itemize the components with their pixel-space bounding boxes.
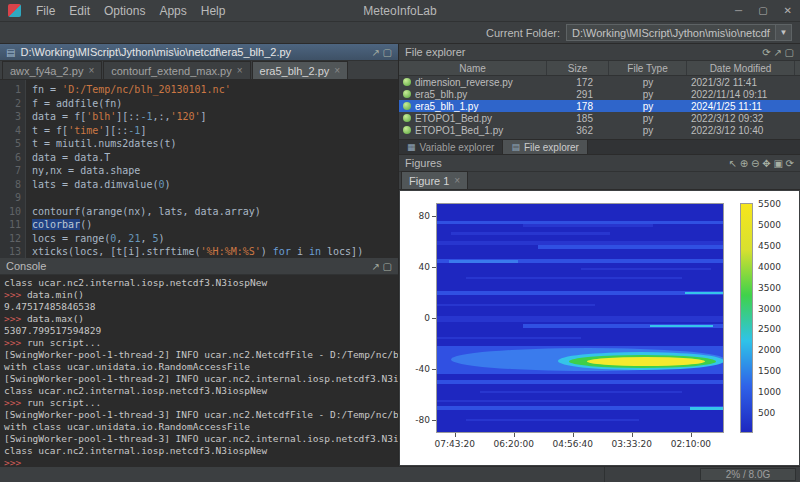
code-line: xticks(locs, [t[i].strftime('%H:%M:%S') … (32, 245, 398, 258)
figure-canvas[interactable]: 80400-40-8007:43:2006:20:0004:56:4003:33… (400, 191, 799, 465)
maximize-panel-icon[interactable]: ▢ (383, 47, 392, 58)
code-line: ny,nx = data.shape (32, 164, 398, 178)
file-name-cell: ETOPO1_Bed.py (399, 113, 547, 124)
window-controls: ─▢✕ (735, 5, 792, 16)
float-panel-icon[interactable]: ↗ (371, 261, 382, 272)
menu-options[interactable]: Options (97, 2, 152, 20)
code-line: locs = range(0, 21, 5) (32, 232, 398, 246)
refresh-icon[interactable]: ⟳ (762, 47, 773, 58)
file-type-cell: py (609, 125, 687, 136)
rotate-icon[interactable]: ⟳ (786, 158, 794, 169)
code-text[interactable]: fn = 'D:/Temp/nc/blh_20130101.nc'f = add… (26, 80, 398, 258)
editor-tab-era5_blh_2-py[interactable]: era5_blh_2.py× (252, 61, 349, 79)
menu-file[interactable]: File (29, 2, 62, 20)
colorbar-tick-label: 2000 (758, 345, 790, 355)
console-line: >>> run script... (4, 397, 398, 409)
console-line: [SwingWorker-pool-1-thread-3] INFO ucar.… (4, 409, 398, 421)
table-row[interactable]: ETOPO1_Bed_1.py362py2022/3/12 10:40 (399, 124, 800, 136)
console-text: run script... (27, 337, 101, 348)
editor-tab-label: era5_blh_2.py (260, 65, 330, 77)
code-line (32, 191, 398, 205)
colorbar-tick-label: 1500 (758, 366, 790, 376)
minimize-button[interactable]: ─ (735, 5, 742, 16)
figures-toolbar-icons: ↖ ⊕ ⊖ ✥ ▣ ⟳ (729, 157, 794, 169)
file-name-cell: era5_blh.py (399, 89, 547, 100)
column-header-name[interactable]: Name (399, 61, 547, 75)
current-folder-combobox[interactable]: D:\Working\MIScript\Jython\mis\io\netcdf… (566, 24, 792, 41)
zoom-out-icon[interactable]: ⊖ (751, 158, 762, 169)
console-line: class ucar.nc2.internal.iosp.netcdf3.N3i… (4, 277, 398, 289)
colorbar-tick-label: 3500 (758, 283, 790, 293)
heat-band (437, 337, 581, 340)
colorbar-tick-label: 4500 (758, 241, 790, 251)
memory-indicator[interactable]: 2% / 8.0G (700, 468, 796, 481)
main-area: ▤ D:\Working\MIScript\Jython\mis\io\netc… (0, 44, 800, 466)
colorbar (740, 203, 753, 433)
full-extent-icon[interactable]: ▣ (773, 158, 785, 169)
code-line: t = miutil.nums2dates(t) (32, 137, 398, 151)
menu-apps[interactable]: Apps (152, 2, 193, 20)
zoom-in-icon[interactable]: ⊕ (740, 158, 751, 169)
console-prompt: >>> (4, 313, 27, 324)
column-header-size[interactable]: Size (547, 61, 609, 75)
table-row[interactable]: dimension_reverse.py172py2021/3/2 11:41 (399, 76, 800, 88)
column-header-date-modified[interactable]: Date Modified (687, 61, 795, 75)
x-tick-mark (632, 433, 633, 437)
python-file-icon (403, 78, 411, 86)
console-text: class ucar.nc2.internal.iosp.netcdf3.N3i… (4, 385, 267, 396)
script-file-icon: ▤ (6, 47, 15, 58)
close-tab-icon[interactable]: × (237, 65, 243, 76)
figure-tab-bar: Figure 1 × (399, 172, 800, 190)
table-row[interactable]: ETOPO1_Bed.py185py2022/3/12 09:32 (399, 112, 800, 124)
select-arrow-icon[interactable]: ↖ (729, 158, 740, 169)
current-folder-toolbar: Current Folder: D:\Working\MIScript\Jyth… (0, 22, 800, 44)
heat-band (437, 316, 724, 321)
menu-edit[interactable]: Edit (62, 2, 97, 20)
heat-band (480, 391, 682, 394)
console-prompt: >>> (4, 457, 27, 466)
combo-dropdown-button[interactable]: ▼ (775, 25, 791, 40)
console-line: 5307.799517594829 (4, 325, 398, 337)
menu-help[interactable]: Help (194, 2, 233, 20)
close-figure-icon[interactable]: × (454, 175, 460, 186)
code-editor[interactable]: 12345678910111213 fn = 'D:/Temp/nc/blh_2… (0, 80, 398, 258)
contourf-plot[interactable] (436, 203, 724, 433)
close-tab-icon[interactable]: × (88, 65, 94, 76)
column-header-file-type[interactable]: File Type (609, 61, 687, 75)
colorbar-tick-label: 3000 (758, 304, 790, 314)
heat-band (690, 407, 724, 410)
close-button[interactable]: ✕ (784, 5, 792, 16)
float-panel-icon[interactable]: ↗ (773, 47, 784, 58)
tab-variable-explorer[interactable]: ▦Variable explorer (399, 140, 503, 154)
editor-tab-contourf_extend_max-py[interactable]: contourf_extend_max.py× (103, 61, 250, 79)
table-row[interactable]: era5_blh.py291py2022/11/14 09:11 (399, 88, 800, 100)
console-output[interactable]: class ucar.nc2.internal.iosp.netcdf3.N3i… (0, 275, 398, 466)
y-tick-label: 0 (402, 313, 430, 323)
heat-band (437, 291, 724, 295)
editor-tab-awx_fy4a_2-py[interactable]: awx_fy4a_2.py× (2, 61, 102, 79)
console-panel: Console ↗ ▢ class ucar.nc2.internal.iosp… (0, 258, 398, 466)
close-tab-icon[interactable]: × (334, 65, 340, 76)
tab-label: File explorer (524, 142, 579, 153)
x-tick-mark (455, 433, 456, 437)
console-text: [SwingWorker-pool-1-thread-3] INFO ucar.… (4, 409, 398, 420)
pan-icon[interactable]: ✥ (762, 158, 773, 169)
tab-file-explorer[interactable]: ▤File explorer (503, 140, 588, 154)
console-line: >>> data.min() (4, 289, 398, 301)
float-panel-icon[interactable]: ↗ (371, 47, 382, 58)
maximize-button[interactable]: ▢ (758, 5, 767, 16)
table-row[interactable]: era5_blh_1.py178py2024/1/25 11:11 (399, 100, 800, 112)
file-type-cell: py (609, 113, 687, 124)
maximize-panel-icon[interactable]: ▢ (785, 47, 794, 58)
line-number-gutter: 12345678910111213 (0, 80, 26, 258)
file-table-header: NameSizeFile TypeDate Modified (399, 61, 800, 76)
console-text: with class ucar.unidata.io.RandomAccessF… (4, 361, 250, 372)
file-name: era5_blh_1.py (415, 101, 478, 112)
x-tick-mark (514, 433, 515, 437)
code-line: f = addfile(fn) (32, 97, 398, 111)
maximize-panel-icon[interactable]: ▢ (383, 261, 392, 272)
console-prompt: >>> (4, 289, 27, 300)
line-number: 5 (0, 137, 21, 151)
code-line: t = f['time'][::-1] (32, 124, 398, 138)
figure-tab[interactable]: Figure 1 × (401, 171, 468, 189)
